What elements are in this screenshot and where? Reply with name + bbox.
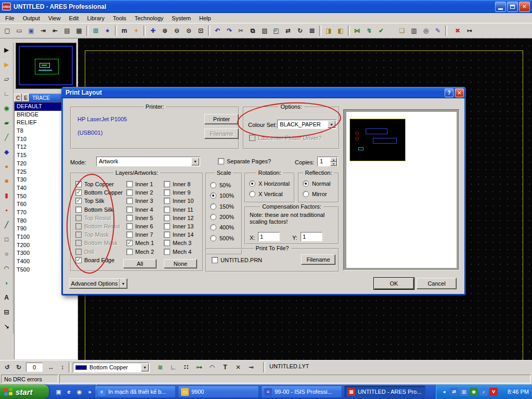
flip-horizontal-icon[interactable]: ↔	[46, 362, 56, 372]
metric-imperial-icon[interactable]: m	[119, 25, 130, 36]
print-to-file-checkbox[interactable]: ✓ UNTITLED.PRN	[212, 256, 262, 264]
print-filename-button[interactable]: Filename	[301, 254, 335, 265]
dropdown-arrow-icon[interactable]: ▼	[191, 158, 199, 165]
internet-explorer-icon[interactable]: e	[64, 388, 73, 396]
menu-item[interactable]: File	[1, 14, 19, 23]
layer-checkbox[interactable]: ✓ Inner 3	[126, 197, 162, 205]
x-factor-field[interactable]: 1	[258, 232, 280, 241]
cut-icon[interactable]: ✂	[235, 25, 246, 36]
print-icon[interactable]: ▤	[61, 25, 73, 36]
make-package-icon[interactable]: ◧	[335, 25, 346, 36]
box-graphic-icon[interactable]: □	[1, 234, 12, 245]
smt-pad-icon[interactable]: ▪	[1, 204, 12, 216]
none-layers-button[interactable]: None	[164, 259, 197, 268]
layer-checkbox[interactable]: ✓ Inner 2	[126, 188, 162, 197]
scale-radio[interactable]: 500%	[210, 233, 240, 243]
layer-stack-icon[interactable]: ▥	[408, 25, 420, 36]
component-search-icon[interactable]: ◎	[420, 25, 432, 36]
round-pad-icon[interactable]: ●	[1, 161, 12, 172]
layer-checkbox[interactable]: ✓ Inner 8	[164, 180, 201, 188]
layer-checkbox[interactable]: ✓ Inner 7	[126, 230, 162, 239]
package-placement-icon[interactable]: ▱	[1, 73, 12, 85]
paste-icon[interactable]: ▨	[259, 25, 270, 36]
delete-mode-icon[interactable]: ✕	[233, 362, 243, 372]
menu-item[interactable]: Tools	[109, 14, 131, 23]
circle-graphic-icon[interactable]: ○	[1, 248, 12, 260]
menu-item[interactable]: Help	[195, 14, 215, 23]
volume-icon[interactable]: ♪	[479, 388, 488, 396]
line-graphic-icon[interactable]: ╱	[1, 219, 12, 230]
path-graphic-icon[interactable]: ◗	[1, 277, 12, 289]
layer-checkbox[interactable]: ✓ Inner 14	[164, 230, 201, 239]
layer-checkbox[interactable]: ✓ Mech 3	[164, 239, 201, 247]
antivirus-icon[interactable]: V	[489, 388, 498, 396]
layer-checkbox[interactable]: ✓ Mech 1	[126, 239, 162, 247]
all-layers-button[interactable]: All	[123, 259, 157, 268]
minimize-button[interactable]	[495, 2, 506, 12]
dialog-title-bar[interactable]: Print Layout ? ✕	[61, 87, 466, 98]
square-pad-icon[interactable]: ■	[1, 175, 12, 187]
layer-checkbox[interactable]: ✓ Inner 4	[126, 205, 162, 214]
y-factor-field[interactable]: 1	[301, 232, 322, 241]
redo-icon[interactable]: ↷	[224, 25, 235, 36]
layer-checkbox[interactable]: ✓ Inner 9	[164, 188, 201, 197]
undo-icon[interactable]: ↶	[212, 25, 223, 36]
component-placement-icon[interactable]: ▶	[1, 59, 12, 70]
layer-checkbox[interactable]: ✓ Inner 11	[164, 205, 201, 214]
block-copy-icon[interactable]: ◰	[270, 25, 282, 36]
rotation-angle-field[interactable]: 0	[26, 363, 43, 372]
taskbar-task[interactable]: ▭ 9900	[178, 385, 259, 398]
save-layout-icon[interactable]: ▣	[25, 25, 37, 36]
layer-checkbox[interactable]: ✓ Mech 2	[126, 248, 162, 256]
dialog-help-button[interactable]: ?	[445, 88, 453, 97]
auto-track-necking-icon[interactable]: ≋	[155, 362, 165, 372]
symbol-graphic-icon[interactable]: ⊟	[1, 306, 12, 318]
scale-radio[interactable]: 400%	[210, 222, 240, 233]
reflection-radio[interactable]: Normal	[303, 178, 337, 189]
block-delete-icon[interactable]: ⊠	[306, 25, 318, 36]
false-origin-icon[interactable]: ⌖	[102, 25, 113, 36]
ratsnest-mode-icon[interactable]: ╱	[1, 132, 12, 143]
dialog-close-button[interactable]: ✕	[455, 88, 464, 97]
rotation-radio[interactable]: X Horizontal	[249, 178, 293, 189]
show-desktop-icon[interactable]: ▣	[54, 388, 63, 396]
zone-mode-icon[interactable]: ▰	[1, 117, 12, 128]
title-bar[interactable]: ARES UNTITLED - ARES Professional ✕	[0, 0, 532, 13]
track-mode-icon[interactable]: ∟	[1, 88, 12, 99]
menu-item[interactable]: Library	[83, 14, 109, 23]
scale-radio[interactable]: 200%	[210, 212, 240, 222]
cleanup-icon[interactable]: ✖	[452, 25, 463, 36]
menu-item[interactable]: Edit	[64, 14, 83, 23]
scale-radio[interactable]: 150%	[210, 201, 240, 212]
spin-down-icon[interactable]: ▼	[330, 162, 337, 166]
pick-parts-icon[interactable]: ◨	[323, 25, 334, 36]
copies-spinner[interactable]: 1 ▲ ▼	[317, 157, 338, 166]
design-explorer-icon[interactable]: ❏	[396, 25, 408, 36]
rotation-radio[interactable]: X Vertical	[249, 189, 293, 199]
arc-graphic-icon[interactable]: ◠	[1, 263, 12, 274]
rotate-anticlockwise-icon[interactable]: ↺	[2, 362, 12, 372]
menu-item[interactable]: Technology	[131, 14, 168, 23]
dropdown-arrow-icon[interactable]: ▼	[141, 364, 149, 371]
design-rule-check-icon[interactable]: ✔	[375, 25, 387, 36]
mode-dropdown[interactable]: Artwork ▼	[96, 157, 200, 166]
text-graphic-icon[interactable]: A	[1, 292, 12, 303]
block-move-icon[interactable]: ⇄	[282, 25, 294, 36]
selection-tool-icon[interactable]: ▶	[1, 44, 12, 56]
cancel-button[interactable]: Cancel	[417, 278, 457, 289]
auto-name-icon[interactable]: ✎	[432, 25, 444, 36]
dil-pad-icon[interactable]: ▮	[1, 190, 12, 201]
selector-e-button[interactable]: E	[22, 94, 30, 102]
new-layout-icon[interactable]: ▢	[2, 25, 13, 36]
taskbar-clock[interactable]: 8:46 PM	[508, 389, 529, 395]
selector-c-button[interactable]: C	[14, 94, 22, 102]
tag-mode-icon[interactable]: ⊸	[246, 362, 256, 372]
layer-checkbox[interactable]: ✓ Inner 6	[126, 222, 162, 230]
display-settings-icon[interactable]: ▥	[460, 388, 468, 396]
layer-selector-dropdown[interactable]: Bottom Copper ▼	[73, 363, 150, 372]
copy-icon[interactable]: ⧉	[247, 25, 258, 36]
reflection-radio[interactable]: Mirror	[303, 189, 337, 199]
via-mode-icon[interactable]: ◉	[1, 102, 12, 114]
rotate-clockwise-icon[interactable]: ↻	[14, 362, 24, 372]
layer-checkbox[interactable]: ✓ Inner 1	[126, 180, 162, 188]
